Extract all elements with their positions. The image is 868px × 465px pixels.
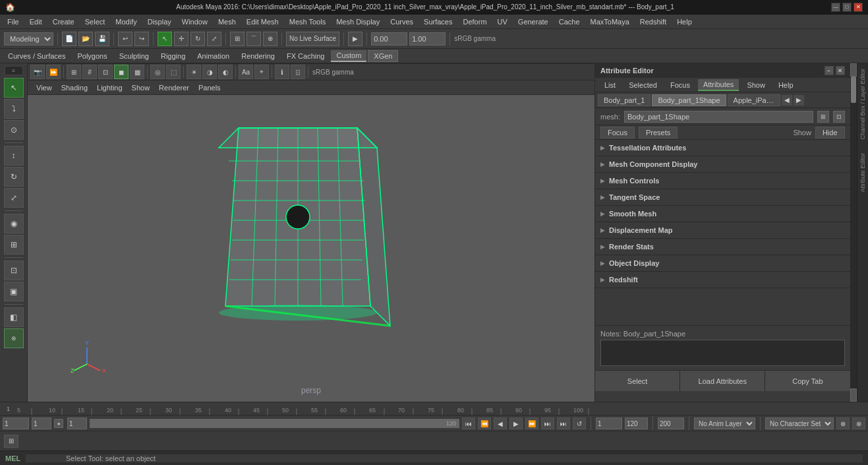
left-panel-toggle[interactable]: ≡: [5, 66, 23, 75]
menu-editmesh[interactable]: Edit Mesh: [242, 16, 283, 27]
attr-tab-selected[interactable]: Selected: [623, 80, 662, 90]
vp-shaded-btn[interactable]: ◼: [114, 65, 129, 79]
menu-select[interactable]: Select: [80, 16, 110, 27]
right-panel-scrollbar[interactable]: [850, 63, 857, 402]
node-tab-next[interactable]: ▶: [794, 95, 804, 106]
snap-curve-btn[interactable]: ⌒: [246, 32, 261, 46]
range-start-input[interactable]: [596, 418, 622, 429]
redo-btn[interactable]: ↪: [134, 32, 149, 46]
frame-counter-3[interactable]: [67, 418, 87, 429]
tab-fx-caching[interactable]: FX Caching: [281, 51, 330, 61]
render-view-btn[interactable]: ⊡: [4, 261, 24, 280]
attr-section-displacement-header[interactable]: Displacement Map: [595, 222, 850, 238]
vp-shadow-btn[interactable]: ◑: [202, 65, 217, 79]
attr-mesh-input[interactable]: [624, 111, 813, 123]
lasso-tool-btn[interactable]: ⤵: [4, 99, 24, 119]
menu-uv[interactable]: UV: [493, 16, 512, 27]
attr-section-smooth-header[interactable]: Smooth Mesh: [595, 206, 850, 222]
tab-polygons[interactable]: Polygons: [72, 51, 112, 61]
vp-hud-btn[interactable]: ℹ: [275, 65, 289, 79]
menu-modify[interactable]: Modify: [111, 16, 141, 27]
timeline-range-bar[interactable]: 120: [90, 419, 459, 428]
vp-menu-view[interactable]: View: [32, 82, 57, 93]
tab-animation[interactable]: Animation: [192, 51, 235, 61]
render-btn[interactable]: ▶: [348, 32, 362, 46]
snap-grid-btn[interactable]: ⊞: [230, 32, 245, 46]
char-set-btn-1[interactable]: ⊕: [836, 418, 850, 429]
attr-tab-show[interactable]: Show: [741, 80, 770, 90]
vp-wireframe-btn[interactable]: ⊡: [98, 65, 113, 79]
menu-meshtools[interactable]: Mesh Tools: [285, 16, 330, 27]
prev-key-btn[interactable]: ⏪: [478, 418, 491, 429]
coord-x-input[interactable]: [371, 32, 407, 46]
current-frame-input[interactable]: [3, 418, 29, 429]
attribute-editor-tab[interactable]: Attribute Editor: [857, 148, 868, 198]
tab-sculpting[interactable]: Sculpting: [114, 51, 154, 61]
next-key-btn[interactable]: ⏭: [541, 418, 554, 429]
attr-section-object-display-header[interactable]: Object Display: [595, 255, 850, 271]
node-tab-body-part-1[interactable]: Body_part_1: [598, 94, 651, 106]
vp-grid-btn[interactable]: #: [82, 65, 97, 79]
channel-box-tab[interactable]: Channel Box / Layer Editor: [857, 63, 868, 145]
vp-ao-btn[interactable]: ◐: [218, 65, 233, 79]
symmetry-btn[interactable]: ⊞: [4, 235, 24, 255]
menu-mesh[interactable]: Mesh: [214, 16, 241, 27]
snap-point-btn[interactable]: ⊕: [263, 32, 277, 46]
scroll-down-btn[interactable]: [850, 388, 857, 402]
hide-button[interactable]: Hide: [815, 127, 845, 139]
go-end-btn[interactable]: ⏭: [557, 418, 570, 429]
attr-editor-close[interactable]: ✕: [836, 66, 845, 75]
workspace-dropdown[interactable]: Modeling: [4, 32, 53, 46]
menu-deform[interactable]: Deform: [458, 16, 491, 27]
minimize-button[interactable]: —: [831, 3, 840, 12]
vp-menu-show[interactable]: Show: [127, 82, 155, 93]
loop-btn[interactable]: ↺: [573, 418, 586, 429]
vp-aa-btn[interactable]: Aa: [239, 65, 253, 79]
prev-frame-btn[interactable]: ◀: [494, 418, 507, 429]
attr-tab-focus[interactable]: Focus: [665, 80, 695, 90]
node-tab-body-part-1shape[interactable]: Body_part_1Shape: [652, 94, 726, 106]
attr-tab-attributes[interactable]: Attributes: [698, 79, 739, 91]
scroll-up-btn[interactable]: [850, 63, 857, 77]
attr-section-mesh-controls-header[interactable]: Mesh Controls: [595, 173, 850, 189]
attr-section-tessellation-header[interactable]: Tessellation Attributes: [595, 140, 850, 156]
soft-select-btn[interactable]: ◉: [4, 214, 24, 233]
tab-xgen[interactable]: XGen: [368, 50, 398, 62]
presets-button[interactable]: Presets: [639, 127, 678, 139]
menu-window[interactable]: Window: [177, 16, 212, 27]
menu-maxtomaya[interactable]: MaxToMaya: [586, 16, 634, 27]
menu-edit[interactable]: Edit: [25, 16, 47, 27]
toggle-script-editor[interactable]: ⊞: [4, 435, 18, 448]
menu-redshift[interactable]: Redshift: [635, 16, 671, 27]
menu-surfaces[interactable]: Surfaces: [419, 16, 457, 27]
anim-layer-dropdown[interactable]: No Anim Layer: [694, 418, 755, 429]
xray-btn[interactable]: ⊗: [4, 328, 24, 348]
vp-camera-btn[interactable]: 📷: [30, 65, 45, 79]
rotate-left-btn[interactable]: ↻: [4, 167, 24, 187]
menu-meshdisplay[interactable]: Mesh Display: [332, 16, 384, 27]
vp-menu-lighting[interactable]: Lighting: [92, 82, 127, 93]
vp-gate-btn[interactable]: ⌹: [291, 65, 305, 79]
frame-counter-2[interactable]: [32, 418, 51, 429]
load-attributes-btn[interactable]: Load Attributes: [680, 371, 765, 391]
node-tab-apple-ipad[interactable]: Apple_iPad_Pro_2020_11_inch_Si: [728, 94, 780, 106]
scroll-thumb[interactable]: [851, 77, 856, 103]
menu-create[interactable]: Create: [48, 16, 79, 27]
attr-section-redshift-header[interactable]: Redshift: [595, 272, 850, 288]
char-set-btn-2[interactable]: ⊗: [852, 418, 865, 429]
attr-mesh-icon-2[interactable]: ⊡: [833, 111, 845, 123]
attr-tab-list[interactable]: List: [599, 80, 621, 90]
viewport-canvas[interactable]: Y X Z persp: [28, 95, 594, 402]
menu-help[interactable]: Help: [672, 16, 697, 27]
tab-custom[interactable]: Custom: [331, 50, 366, 62]
attr-section-render-stats-header[interactable]: Render Stats: [595, 239, 850, 255]
vp-dof-btn[interactable]: ⌖: [254, 65, 269, 79]
scale-tool-btn[interactable]: ⤢: [207, 32, 221, 46]
save-scene-btn[interactable]: 💾: [95, 32, 109, 46]
live-surface-btn[interactable]: No Live Surface: [286, 32, 339, 46]
tab-rigging[interactable]: Rigging: [156, 51, 190, 61]
vp-play-btn[interactable]: ⏩: [46, 65, 61, 79]
select-tool-btn[interactable]: ↖: [158, 32, 172, 46]
scale-left-btn[interactable]: ⤢: [4, 188, 24, 208]
vp-snap-btn[interactable]: ⊞: [67, 65, 81, 79]
